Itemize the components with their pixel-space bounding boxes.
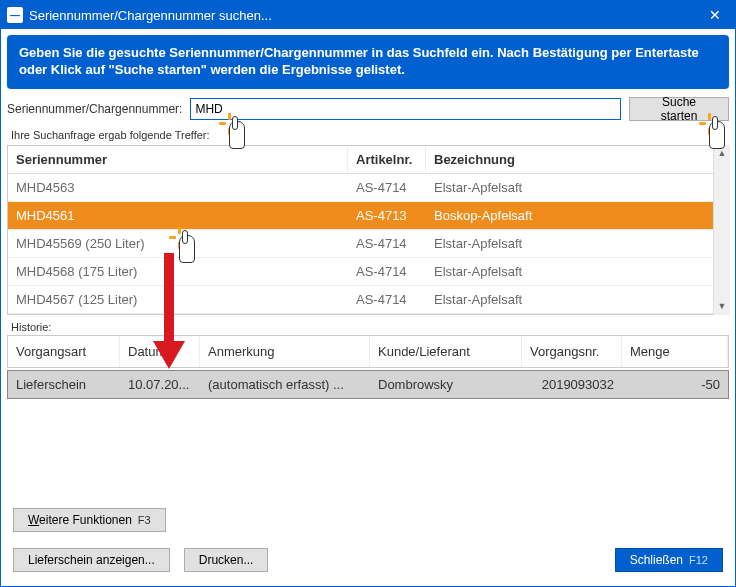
- hcol-type[interactable]: Vorgangsart: [8, 336, 120, 367]
- hcol-qty[interactable]: Menge: [622, 336, 728, 367]
- scroll-down-icon[interactable]: ▼: [714, 298, 730, 315]
- table-row[interactable]: MHD4561AS-4713Boskop-Apfelsaft: [8, 202, 728, 230]
- app-icon: —: [7, 7, 23, 23]
- search-button[interactable]: Suche starten: [629, 97, 729, 121]
- history-row[interactable]: Lieferschein10.07.20...(automatisch erfa…: [7, 370, 729, 399]
- hcol-date[interactable]: Datum: [120, 336, 200, 367]
- titlebar: — Seriennummer/Chargennummer suchen... ✕: [1, 1, 735, 29]
- search-label: Seriennummer/Chargennummer:: [7, 102, 182, 116]
- table-row[interactable]: MHD4563AS-4714Elstar-Apfelsaft: [8, 174, 728, 202]
- close-button[interactable]: Schließen F12: [615, 548, 723, 572]
- history-label: Historie:: [11, 321, 729, 333]
- col-serial[interactable]: Seriennummer: [8, 146, 348, 173]
- col-desc[interactable]: Bezeichnung: [426, 146, 728, 173]
- results-grid: Seriennummer Artikelnr. Bezeichnung MHD4…: [7, 145, 729, 315]
- window-title: Seriennummer/Chargennummer suchen...: [29, 8, 695, 23]
- scroll-up-icon[interactable]: ▲: [714, 145, 730, 162]
- table-row[interactable]: MHD4567 (125 Liter)AS-4714Elstar-Apfelsa…: [8, 286, 728, 314]
- info-banner: Geben Sie die gesuchte Seriennummer/Char…: [7, 35, 729, 89]
- hcol-note[interactable]: Anmerkung: [200, 336, 370, 367]
- result-message: Ihre Suchanfrage ergab folgende Treffer:: [11, 129, 729, 141]
- table-row[interactable]: MHD45569 (250 Liter)AS-4714Elstar-Apfels…: [8, 230, 728, 258]
- vertical-scrollbar[interactable]: ▲ ▼: [713, 145, 730, 315]
- col-artnr[interactable]: Artikelnr.: [348, 146, 426, 173]
- history-header: Vorgangsart Datum Anmerkung Kunde/Liefer…: [7, 335, 729, 368]
- show-document-button[interactable]: Lieferschein anzeigen...: [13, 548, 170, 572]
- search-input[interactable]: [190, 98, 621, 120]
- table-row[interactable]: MHD4568 (175 Liter)AS-4714Elstar-Apfelsa…: [8, 258, 728, 286]
- hcol-partner[interactable]: Kunde/Lieferant: [370, 336, 522, 367]
- close-icon[interactable]: ✕: [695, 1, 735, 29]
- grid-header: Seriennummer Artikelnr. Bezeichnung: [8, 146, 728, 174]
- more-functions-button[interactable]: Weitere Funktionen F3: [13, 508, 166, 532]
- print-button[interactable]: Drucken...: [184, 548, 269, 572]
- hcol-nr[interactable]: Vorgangsnr.: [522, 336, 622, 367]
